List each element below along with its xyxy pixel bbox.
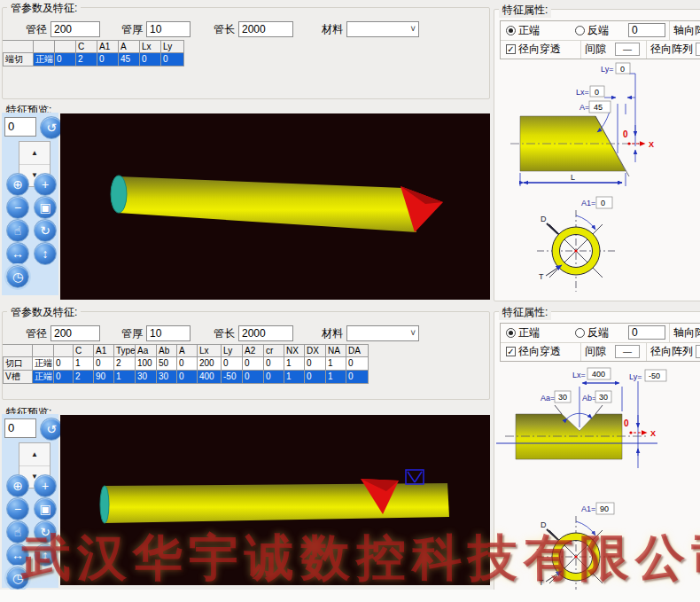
- table-cell[interactable]: 0: [264, 371, 284, 384]
- back-end-radio[interactable]: [575, 328, 585, 338]
- table-header-row: CA1ALxLy: [3, 40, 184, 53]
- row-label[interactable]: 切口: [3, 357, 33, 371]
- table-cell[interactable]: 1: [326, 371, 346, 384]
- table-row[interactable]: 端切正端0204500: [3, 53, 184, 66]
- table-cell[interactable]: 1: [74, 357, 94, 371]
- table-cell[interactable]: 0: [305, 357, 326, 371]
- lx-value: 0: [595, 88, 599, 97]
- end-value-input[interactable]: 0: [628, 325, 665, 340]
- table-cell[interactable]: -50: [222, 371, 243, 384]
- table-cell[interactable]: 0: [346, 371, 369, 384]
- table-cell[interactable]: 0: [177, 371, 198, 384]
- select-box-icon: ▣: [39, 200, 51, 215]
- radial-pierce-checkbox[interactable]: ✓: [506, 347, 516, 356]
- table-cell[interactable]: 0: [94, 357, 114, 371]
- table-cell[interactable]: 0: [346, 357, 369, 371]
- end-cut-diagram: L Ly= 0 Lx= 0 A= 45 0 X: [496, 61, 700, 194]
- table-cell[interactable]: 0: [54, 357, 74, 371]
- table-cell[interactable]: 正端: [33, 371, 54, 384]
- pan-button[interactable]: ⊕: [6, 173, 29, 196]
- table-cell[interactable]: 1: [114, 371, 136, 384]
- end-value-input[interactable]: 0: [628, 23, 665, 37]
- table-cell[interactable]: 1: [284, 371, 305, 384]
- step-up-button[interactable]: ▲: [19, 142, 50, 165]
- radial-array-label: 径向阵列: [650, 42, 693, 57]
- table-cell[interactable]: 2: [114, 357, 136, 371]
- table-cell[interactable]: 0: [264, 357, 284, 371]
- zoom-out-button[interactable]: −: [6, 497, 29, 520]
- gap-input[interactable]: —: [615, 345, 640, 358]
- rotation-angle-input[interactable]: 0: [4, 418, 36, 438]
- material-select[interactable]: ˅: [346, 21, 419, 37]
- column-header: [3, 344, 33, 357]
- cross-section-diagram: A1= 0 D T: [496, 194, 700, 302]
- back-end-radio[interactable]: [575, 26, 585, 35]
- table-cell[interactable]: 正端: [33, 357, 54, 371]
- radial-pierce-checkbox[interactable]: ✓: [506, 44, 516, 54]
- select-region-button[interactable]: ▣: [34, 196, 57, 219]
- table-cell[interactable]: 正端: [34, 53, 55, 66]
- orbit-button[interactable]: ↻: [34, 219, 57, 242]
- hand-button[interactable]: ☝: [6, 219, 29, 242]
- table-cell[interactable]: 200: [198, 357, 222, 371]
- diameter-input[interactable]: 200: [51, 325, 100, 341]
- zoom-out-button[interactable]: −: [6, 196, 29, 219]
- gap-input[interactable]: —: [615, 43, 640, 56]
- orbit-icon: ↻: [40, 223, 51, 238]
- table-cell[interactable]: 1: [326, 357, 346, 371]
- front-end-radio[interactable]: [506, 328, 516, 338]
- table-cell[interactable]: 0: [97, 53, 119, 66]
- table-cell[interactable]: 0: [243, 371, 264, 384]
- table-cell[interactable]: 1: [284, 357, 305, 371]
- thickness-input[interactable]: 10: [146, 21, 191, 37]
- measure-button[interactable]: ◷: [6, 265, 29, 288]
- length-input[interactable]: 2000: [238, 325, 293, 341]
- diameter-label: 管径: [26, 22, 47, 37]
- length-input[interactable]: 2000: [238, 21, 293, 37]
- table-cell[interactable]: 30: [157, 371, 177, 384]
- table-cell[interactable]: 0: [55, 53, 76, 66]
- front-end-radio[interactable]: [506, 26, 516, 35]
- radial-pierce-label: 径向穿透: [518, 344, 577, 359]
- vertical-view-button[interactable]: ↕: [34, 242, 57, 265]
- zoom-in-button[interactable]: +: [34, 474, 57, 497]
- column-header: NX: [284, 344, 305, 357]
- table-cell[interactable]: 0: [161, 53, 184, 66]
- radial-array-input[interactable]: —: [696, 43, 700, 56]
- row-label[interactable]: 端切: [3, 53, 34, 66]
- pipe-body: [118, 176, 416, 232]
- horizontal-view-button[interactable]: ↔: [6, 242, 29, 265]
- table-cell[interactable]: 90: [94, 371, 114, 384]
- table-cell[interactable]: 0: [140, 53, 161, 66]
- a1-value: 90: [600, 504, 609, 513]
- table-cell[interactable]: 0: [222, 357, 243, 371]
- table-cell[interactable]: 0: [305, 371, 326, 384]
- table-cell[interactable]: 50: [157, 357, 177, 371]
- table-row[interactable]: 切口正端01021005002000001010: [3, 357, 369, 371]
- table-cell[interactable]: 30: [136, 371, 157, 384]
- table-cell[interactable]: 100: [136, 357, 157, 371]
- diameter-input[interactable]: 200: [51, 21, 100, 37]
- pan-button[interactable]: ⊕: [6, 474, 29, 497]
- table-cell[interactable]: 2: [74, 371, 94, 384]
- table-cell[interactable]: 2: [76, 53, 97, 66]
- table-cell[interactable]: 0: [177, 357, 198, 371]
- 3d-viewport[interactable]: [60, 113, 490, 300]
- step-up-button[interactable]: ▲: [19, 443, 50, 466]
- zoom-in-button[interactable]: +: [34, 173, 57, 196]
- a1-value: 0: [601, 199, 605, 207]
- radial-array-input[interactable]: 1: [696, 345, 700, 358]
- gap-label: 间隙: [585, 344, 606, 359]
- table-cell[interactable]: 0: [54, 371, 74, 384]
- table-cell[interactable]: 400: [198, 371, 222, 384]
- table-cell[interactable]: 0: [243, 357, 264, 371]
- lx-value: 400: [592, 370, 605, 379]
- row-label[interactable]: V槽: [3, 371, 33, 384]
- material-select[interactable]: ˅: [346, 325, 419, 341]
- table-row[interactable]: V槽正端0290130300400-50001010: [3, 371, 369, 384]
- table-cell[interactable]: 45: [119, 53, 140, 66]
- column-header: [34, 40, 55, 53]
- select-region-button[interactable]: ▣: [34, 497, 57, 520]
- rotation-angle-input[interactable]: 0: [4, 117, 36, 137]
- thickness-input[interactable]: 10: [146, 325, 191, 341]
